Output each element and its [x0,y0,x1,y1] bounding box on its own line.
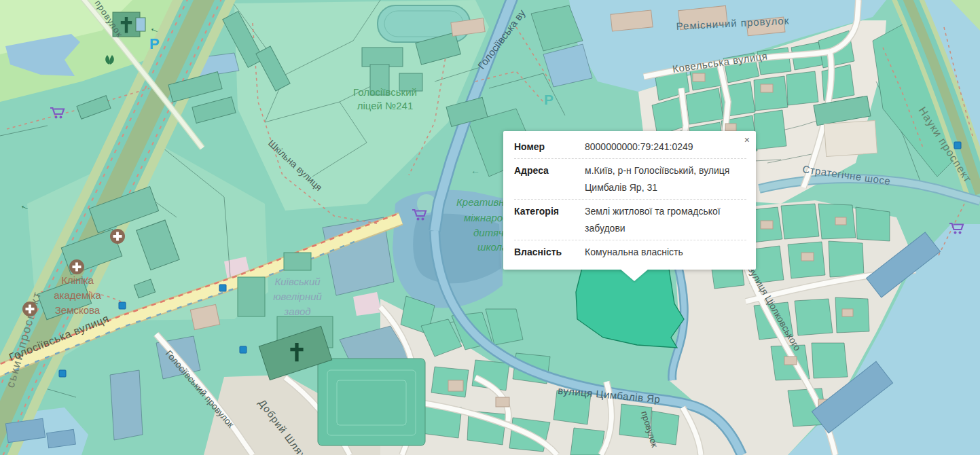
popup-row-number: Номер 8000000000:79:241:0249 [514,135,746,158]
poi-label-clinic: Клініка [61,274,94,286]
hospital-cross-icon [69,259,84,274]
parking-icon: P [544,92,553,107]
poi-label-jewelry: ювелірний [273,291,322,302]
popup-field-label: Номер [514,139,577,156]
map-application: провулок ський проспект Голосіївська вул… [0,0,980,455]
popup-close-button[interactable]: × [743,134,751,146]
poi-label-clinic: академіка [54,289,101,301]
hospital-cross-icon [110,229,125,244]
popup-row-address: Адреса м.Київ, р-н Голосіївський, вулиця… [514,158,746,199]
poi-label-clinic: Земскова [55,304,101,316]
popup-field-value: 8000000000:79:241:0249 [585,139,746,156]
poi-label-jewelry: Київський [274,276,321,287]
popup-rows: Номер 8000000000:79:241:0249 Адреса м.Ки… [514,135,746,263]
popup-field-label: Категорія [514,203,577,237]
poi-label-creative-school: Креативна [456,196,510,208]
hospital-cross-icon [22,302,37,316]
popup-field-value: Комунальна власність [585,244,746,261]
popup-row-ownership: Власність Комунальна власність [514,240,746,263]
parcel-info-popup: × Номер 8000000000:79:241:0249 Адреса м.… [503,131,756,270]
popup-field-value: м.Київ, р-н Голосіївський, вулиця Цимбал… [585,162,746,196]
poi-label-lyceum: ліцей №241 [357,100,414,111]
poi-label-jewelry: завод [283,306,310,317]
parking-icon: P [149,35,160,52]
popup-field-label: Адреса [514,162,577,196]
popup-field-label: Власність [514,244,577,261]
poi-label-lyceum: Голосіївський [353,86,417,98]
oneway-arrow-icon: ← [471,165,480,176]
popup-pointer [620,269,649,281]
popup-row-category: Категорія Землі житлової та громадської … [514,199,746,240]
popup-field-value: Землі житлової та громадської забудови [585,203,746,237]
map-canvas[interactable]: провулок ський проспект Голосіївська вул… [0,0,980,455]
